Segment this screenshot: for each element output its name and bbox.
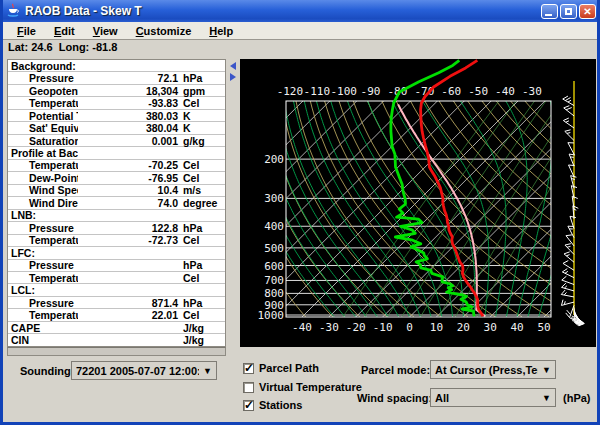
wind-barbs [561, 81, 584, 326]
chevron-down-icon: ▼ [203, 366, 212, 376]
table-data-row[interactable]: Pressure871.4hPa [8, 297, 225, 309]
table-data-row[interactable]: Temperature22.01Cel [8, 309, 225, 321]
row-unit: g/kg [178, 135, 225, 147]
table-data-row[interactable]: TemperatureCel [8, 272, 225, 284]
table-horizontal-scrollbar[interactable] [7, 347, 226, 356]
row-label: LFC: [8, 247, 78, 259]
table-data-row[interactable]: Temperature-72.73Cel [8, 235, 225, 247]
svg-text:-30: -30 [319, 321, 339, 334]
row-label: Sat' Equiv' Pot' Temp' [8, 122, 78, 134]
parcel-mode-combobox[interactable]: At Cursor (Press,Temp) ▼ [430, 360, 556, 379]
row-unit: K [178, 110, 225, 122]
table-data-row[interactable]: Geopotential Altitude18,304gpm [8, 85, 225, 97]
svg-text:700: 700 [264, 274, 284, 287]
skewt-chart[interactable]: -120-110-100-90-80-70-60-50-40-30-40-30-… [240, 59, 596, 347]
row-label: Dew-Point [8, 172, 78, 184]
checkbox-icon[interactable]: ✓ [243, 382, 254, 393]
svg-text:0: 0 [406, 321, 413, 334]
menu-customize[interactable]: Customize [127, 23, 201, 39]
table-data-row[interactable]: Pressure122.8hPa [8, 222, 225, 234]
soundings-combobox[interactable]: 72201 2005-07-07 12:00:00Z ▼ [71, 361, 217, 380]
minimize-button[interactable] [541, 4, 558, 19]
title-bar[interactable]: RAOB Data - Skew T ✕ [0, 0, 600, 22]
menu-help[interactable]: Help [200, 23, 242, 39]
close-icon: ✕ [580, 5, 595, 18]
virtual-temperature-checkbox[interactable]: ✓ Virtual Temperature [243, 381, 362, 393]
stations-label: Stations [259, 399, 302, 411]
svg-text:50: 50 [537, 321, 550, 334]
row-label: CIN [8, 334, 78, 346]
svg-text:-30: -30 [522, 85, 542, 98]
chevron-down-icon: ▼ [542, 365, 551, 375]
wind-spacing-unit: (hPa) [563, 392, 591, 404]
row-label: Pressure [8, 297, 78, 309]
row-label: Potential Temperature [8, 110, 78, 122]
table-data-row[interactable]: Dew-Point-76.95Cel [8, 172, 225, 184]
row-label: Pressure [8, 259, 78, 271]
wind-spacing-value: All [435, 392, 538, 404]
table-section-row[interactable]: Background: [8, 60, 225, 72]
table-section-row[interactable]: LCL: [8, 284, 225, 296]
parcel-path-checkbox[interactable]: ✓ Parcel Path [243, 362, 319, 374]
svg-text:-90: -90 [361, 85, 381, 98]
wind-spacing-combobox[interactable]: All ▼ [430, 388, 556, 407]
row-unit: K [178, 122, 225, 134]
soundings-value: 72201 2005-07-07 12:00:00Z [76, 365, 199, 377]
wind-spacing-label: Wind spacing: [357, 392, 432, 404]
svg-text:-110: -110 [304, 85, 331, 98]
table-data-row[interactable]: PressurehPa [8, 260, 225, 272]
svg-text:400: 400 [264, 220, 284, 233]
collapse-right-icon[interactable] [230, 73, 236, 81]
table-data-row[interactable]: Potential Temperature380.03K [8, 110, 225, 122]
row-value: 0.001 [78, 135, 178, 147]
table-data-row[interactable]: Wind Direction74.0degree [8, 197, 225, 209]
collapse-left-icon[interactable] [230, 62, 236, 70]
menu-view[interactable]: View [84, 23, 127, 39]
table-data-row[interactable]: Temperature-70.25Cel [8, 160, 225, 172]
svg-text:40: 40 [510, 321, 523, 334]
lat-long-readout: Lat: 24.6 Long: -81.8 [3, 41, 597, 57]
java-app-icon [5, 3, 21, 19]
row-unit: Cel [178, 159, 225, 171]
row-label: Temperature [8, 234, 78, 246]
row-value: 22.01 [78, 309, 178, 321]
table-data-row[interactable]: Temperature-93.83Cel [8, 97, 225, 109]
row-unit: J/kg [178, 334, 225, 346]
row-unit: hPa [178, 297, 225, 309]
maximize-button[interactable] [560, 4, 577, 19]
menu-file[interactable]: File [8, 23, 45, 39]
table-data-row[interactable]: Sat' Equiv' Pot' Temp'380.04K [8, 122, 225, 134]
row-unit: m/s [178, 184, 225, 196]
virtual-temperature-label: Virtual Temperature [259, 381, 362, 393]
checkbox-icon[interactable]: ✓ [243, 363, 254, 374]
split-pane-divider[interactable] [228, 59, 239, 356]
table-section-row[interactable]: CAPEJ/kg [8, 322, 225, 334]
row-unit: hPa [178, 72, 225, 84]
row-value: -93.83 [78, 97, 178, 109]
table-section-row[interactable]: CINJ/kg [8, 334, 225, 346]
checkbox-icon[interactable]: ✓ [243, 400, 254, 411]
app-window: RAOB Data - Skew T ✕ File Edit View Cust… [0, 0, 600, 425]
svg-text:-20: -20 [346, 321, 366, 334]
table-data-row[interactable]: Pressure72.1hPa [8, 72, 225, 84]
row-unit: Cel [178, 234, 225, 246]
row-unit: hPa [178, 259, 225, 271]
table-section-row[interactable]: Profile at Background Pressure: [8, 147, 225, 159]
row-value: 871.4 [78, 297, 178, 309]
table-section-row[interactable]: LFC: [8, 247, 225, 259]
menu-edit[interactable]: Edit [45, 23, 84, 39]
svg-text:-10: -10 [373, 321, 393, 334]
table-data-row[interactable]: Wind Speed10.4m/s [8, 185, 225, 197]
row-value: 380.04 [78, 122, 178, 134]
svg-text:30: 30 [484, 321, 497, 334]
stations-checkbox[interactable]: ✓ Stations [243, 399, 302, 411]
bottom-control-panel: Soundings: 72201 2005-07-07 12:00:00Z ▼ … [3, 356, 597, 422]
row-label: Background: [8, 60, 78, 72]
table-data-row[interactable]: Saturation Mixing-Ratio0.001g/kg [8, 135, 225, 147]
sounding-data-table[interactable]: Background:Pressure72.1hPaGeopotential A… [7, 59, 226, 347]
row-unit: Cel [178, 272, 225, 284]
row-label: Geopotential Altitude [8, 85, 78, 97]
row-label: Temperature [8, 97, 78, 109]
table-section-row[interactable]: LNB: [8, 210, 225, 222]
close-button[interactable]: ✕ [579, 4, 596, 19]
